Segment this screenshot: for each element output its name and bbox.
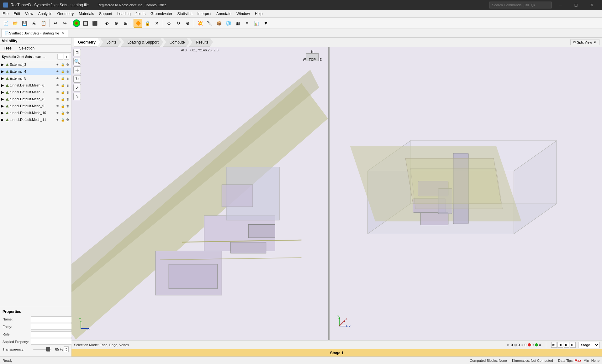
- tree-item-mesh11[interactable]: ▶ tunnel.Default.Mesh_11 👁 🔒 🗑: [0, 116, 71, 123]
- eye-ext4[interactable]: 👁: [55, 70, 60, 73]
- stage-select[interactable]: Stage 1: [578, 342, 599, 348]
- chart-btn[interactable]: 📊: [252, 19, 261, 28]
- play-next[interactable]: ▶: [564, 342, 569, 348]
- del-ext5[interactable]: 🗑: [66, 77, 70, 80]
- play-last[interactable]: ⏭: [570, 342, 576, 348]
- cylinder-btn[interactable]: ⬛: [90, 19, 99, 28]
- minimize-view-btn[interactable]: ⤡: [73, 93, 81, 100]
- cube-btn[interactable]: 🧊: [224, 19, 233, 28]
- wf-step-results[interactable]: Results: [189, 38, 213, 47]
- fullscreen-btn[interactable]: ⤢: [73, 84, 81, 91]
- color-btn[interactable]: [73, 19, 80, 27]
- menu-geometry[interactable]: Geometry: [55, 10, 77, 18]
- new-btn[interactable]: 📄: [1, 19, 10, 28]
- del-mesh6[interactable]: 🗑: [66, 84, 70, 87]
- del-mesh10[interactable]: 🗑: [66, 111, 70, 115]
- expand-btn[interactable]: +: [64, 54, 69, 60]
- tree-item-mesh8[interactable]: ▶ tunnel.Default.Mesh_8 👁 🔒 🗑: [0, 96, 71, 102]
- pan-btn[interactable]: ✛: [73, 66, 81, 74]
- tree-item-mesh9[interactable]: ▶ tunnel.Default.Mesh_9 👁 🔒 🗑: [0, 102, 71, 109]
- eye-ext3[interactable]: 👁: [55, 63, 60, 66]
- lock-mesh7[interactable]: 🔒: [61, 91, 65, 94]
- lock-ext4[interactable]: 🔒: [61, 70, 65, 73]
- play-prev[interactable]: ◀: [557, 342, 563, 348]
- magnet-btn[interactable]: ⊕: [112, 19, 121, 28]
- cancel-btn[interactable]: ✕: [152, 19, 161, 28]
- wf-step-geometry[interactable]: Geometry: [74, 38, 100, 47]
- expand-mesh9[interactable]: ▶: [1, 104, 6, 108]
- eye-mesh9[interactable]: 👁: [55, 104, 60, 108]
- layers-btn[interactable]: ≡: [243, 19, 251, 28]
- tree-item-ext4[interactable]: ▶ External_4 👁 🔒 🗑: [0, 68, 71, 75]
- shape-btn[interactable]: 🔲: [81, 19, 90, 28]
- menu-materials[interactable]: Materials: [76, 10, 97, 18]
- menu-help[interactable]: Help: [252, 10, 265, 18]
- search-input[interactable]: [489, 2, 552, 8]
- rotate-view-btn[interactable]: ↻: [73, 75, 81, 83]
- del-mesh9[interactable]: 🗑: [66, 104, 70, 108]
- tree-item-mesh7[interactable]: ▶ tunnel.Default.Mesh_7 👁 🔒 🗑: [0, 89, 71, 96]
- active-tool-btn[interactable]: 🔶: [134, 19, 142, 28]
- wf-step-joints[interactable]: Joints: [100, 38, 121, 47]
- close-button[interactable]: ✕: [584, 0, 599, 10]
- select-btn[interactable]: ⬖: [103, 19, 111, 28]
- redo-btn[interactable]: ↪: [61, 19, 69, 28]
- lock-mesh6[interactable]: 🔒: [61, 84, 65, 87]
- file-tab-close[interactable]: ✕: [62, 31, 65, 35]
- prop-applied-input[interactable]: [31, 339, 77, 345]
- eye-mesh8[interactable]: 👁: [55, 97, 60, 101]
- eye-mesh10[interactable]: 👁: [55, 111, 60, 115]
- transparency-spinner[interactable]: ▲ ▼: [64, 346, 69, 352]
- cursor-btn[interactable]: ⊙: [165, 19, 173, 28]
- del-ext4[interactable]: 🗑: [66, 70, 70, 73]
- transform-btn[interactable]: ⊞: [121, 19, 130, 28]
- data-tips-min[interactable]: Min: [584, 359, 589, 362]
- minimize-button[interactable]: ─: [553, 0, 568, 10]
- menu-interpret[interactable]: Interpret: [195, 10, 214, 18]
- spinner-down[interactable]: ▼: [65, 349, 67, 351]
- expand-mesh10[interactable]: ▶: [1, 111, 6, 115]
- wf-step-compute[interactable]: Compute: [163, 38, 190, 47]
- eye-mesh6[interactable]: 👁: [55, 84, 60, 87]
- lock-mesh11[interactable]: 🔒: [61, 118, 65, 122]
- explode-btn[interactable]: 💥: [196, 19, 204, 28]
- expand-ext3[interactable]: ▶: [1, 63, 6, 67]
- save-btn[interactable]: 💾: [20, 19, 29, 28]
- del-ext3[interactable]: 🗑: [66, 63, 70, 66]
- wf-step-loading[interactable]: Loading & Support: [121, 38, 163, 47]
- expand-mesh8[interactable]: ▶: [1, 97, 6, 101]
- tree-item-mesh6[interactable]: ▶ tunnel.Default.Mesh_6 👁 🔒 🗑: [0, 82, 71, 89]
- move-btn[interactable]: ⊕: [183, 19, 192, 28]
- restore-button[interactable]: □: [569, 0, 583, 10]
- lock-ext5[interactable]: 🔒: [61, 77, 65, 80]
- tree-item-mesh10[interactable]: ▶ tunnel.Default.Mesh_10 👁 🔒 🗑: [0, 109, 71, 116]
- expand-ext5[interactable]: ▶: [1, 76, 6, 81]
- menu-view[interactable]: View: [23, 10, 36, 18]
- data-tips-max[interactable]: Max: [574, 359, 581, 362]
- menu-file[interactable]: File: [0, 10, 11, 18]
- del-mesh11[interactable]: 🗑: [66, 118, 70, 122]
- tab-tree[interactable]: Tree: [0, 45, 15, 52]
- lock-mesh9[interactable]: 🔒: [61, 104, 65, 108]
- menu-annotate[interactable]: Annotate: [214, 10, 234, 18]
- eye-mesh7[interactable]: 👁: [55, 91, 60, 94]
- del-mesh7[interactable]: 🗑: [66, 91, 70, 94]
- prop-name-input[interactable]: [31, 316, 77, 322]
- file-tab[interactable]: 📄 Synthetic Joint Sets - starting file ✕: [1, 29, 68, 37]
- grid-btn[interactable]: ▦: [233, 19, 242, 28]
- zoom-out-btn[interactable]: 🔍: [73, 58, 81, 65]
- menu-window[interactable]: Window: [234, 10, 252, 18]
- menu-loading[interactable]: Loading: [115, 10, 133, 18]
- menu-statistics[interactable]: Statistics: [175, 10, 195, 18]
- menu-edit[interactable]: Edit: [11, 10, 23, 18]
- clipboard-btn[interactable]: 📋: [39, 19, 48, 28]
- expand-mesh11[interactable]: ▶: [1, 118, 6, 122]
- eye-mesh11[interactable]: 👁: [55, 118, 60, 122]
- menu-groundwater[interactable]: Groundwater: [148, 10, 175, 18]
- lock-ext3[interactable]: 🔒: [61, 63, 65, 66]
- open-btn[interactable]: 📂: [11, 19, 19, 28]
- rotate-btn[interactable]: ↻: [174, 19, 183, 28]
- expand-mesh6[interactable]: ▶: [1, 83, 6, 87]
- del-mesh8[interactable]: 🗑: [66, 97, 70, 101]
- split-view-button[interactable]: ⧉ Split View ▼: [570, 39, 599, 45]
